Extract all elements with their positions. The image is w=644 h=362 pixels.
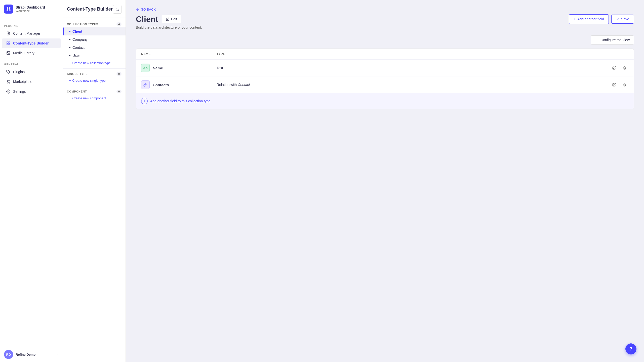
plus-icon: +	[69, 79, 71, 82]
delete-field-button[interactable]	[621, 81, 629, 89]
plus-icon: +	[69, 61, 71, 65]
ctb-search-button[interactable]	[113, 5, 122, 14]
file-icon	[6, 31, 11, 36]
cart-icon	[6, 79, 11, 84]
header-actions: + Add another field Save	[569, 14, 634, 24]
gear-icon	[6, 89, 11, 94]
ctb-item-client[interactable]: Client	[63, 27, 126, 35]
check-icon	[616, 17, 620, 21]
svg-rect-3	[9, 42, 10, 43]
svg-point-7	[8, 52, 8, 53]
divider	[63, 86, 126, 86]
configure-view-button[interactable]: Configure the view	[591, 35, 634, 44]
save-button[interactable]: Save	[611, 15, 634, 24]
sidebar-header: Strapi Dashboard Workplace	[0, 0, 63, 18]
field-type-label: Text	[217, 66, 610, 70]
general-section-label: GENERAL	[0, 61, 63, 67]
add-field-row[interactable]: + Add another field to this collection t…	[136, 93, 634, 109]
sidebar-item-label: Media Library	[13, 51, 34, 55]
component-label: COMPONENT	[67, 90, 87, 93]
help-icon: ?	[630, 346, 632, 352]
trash-icon	[623, 66, 626, 70]
user-name: Refine Demo	[16, 353, 55, 356]
collection-types-count: 4	[116, 22, 122, 26]
ctb-item-user[interactable]: User	[63, 52, 126, 60]
field-actions	[610, 81, 629, 89]
pencil-icon	[612, 83, 616, 86]
table-header: NAME TYPE	[136, 49, 634, 60]
sidebar-item-settings[interactable]: Settings	[2, 87, 61, 96]
sidebar-footer: RD Refine Demo ‹	[0, 347, 63, 362]
puzzle-icon	[6, 70, 11, 74]
text-field-icon: Ab	[141, 64, 150, 72]
field-type-label: Relation with Contact	[217, 83, 610, 87]
ctb-item-label: Client	[72, 29, 82, 33]
ctb-panel-header: Content-Type Builder	[63, 0, 126, 18]
help-button[interactable]: ?	[625, 343, 636, 354]
single-type-count: 0	[116, 72, 122, 76]
save-button-label: Save	[621, 17, 629, 21]
collection-types-section-header: COLLECTION TYPES 4	[63, 21, 126, 27]
main-content: GO BACK Client Edit + Add another field	[126, 0, 644, 362]
add-field-button-label: Add another field	[577, 17, 604, 21]
svg-point-10	[10, 83, 10, 83]
app-name: Strapi Dashboard	[16, 5, 45, 9]
single-type-section-header: SINGLE TYPE 0	[63, 71, 126, 77]
create-component-link[interactable]: + Create new component	[63, 95, 126, 102]
svg-point-12	[116, 8, 118, 10]
sidebar-item-label: Marketplace	[13, 80, 32, 84]
image-icon	[6, 51, 11, 55]
field-name-label: Name	[153, 66, 163, 70]
sidebar-item-marketplace[interactable]: Marketplace	[2, 77, 61, 86]
dot-icon	[69, 31, 70, 32]
create-collection-label: Create new collection type	[72, 61, 111, 65]
edit-field-button[interactable]	[610, 81, 618, 89]
edit-field-button[interactable]	[610, 64, 618, 72]
sidebar-nav: PLUGINS Content Manager	[0, 18, 63, 347]
ctb-panel-title: Content-Type Builder	[67, 7, 113, 12]
sidebar-item-label: Settings	[13, 89, 26, 94]
add-another-field-button[interactable]: + Add another field	[569, 14, 609, 24]
create-single-type-link[interactable]: + Create new single type	[63, 77, 126, 84]
ctb-panel: Content-Type Builder COLLECTION TYPES 4 …	[63, 0, 126, 362]
sliders-icon	[595, 38, 598, 42]
go-back-label: GO BACK	[141, 8, 156, 11]
create-collection-type-link[interactable]: + Create new collection type	[63, 60, 126, 66]
add-field-circle-icon: +	[141, 98, 148, 104]
sidebar-item-content-type-builder[interactable]: Content-Type Builder	[2, 38, 61, 48]
ctb-nav: COLLECTION TYPES 4 Client Company Contac…	[63, 18, 126, 362]
page-title: Client	[136, 15, 158, 24]
create-single-label: Create new single type	[72, 79, 106, 82]
field-type-italic: Contact	[238, 83, 250, 87]
ctb-item-company[interactable]: Company	[63, 35, 126, 43]
arrow-left-icon	[136, 8, 139, 11]
sidebar-item-plugins[interactable]: Plugins	[2, 67, 61, 77]
svg-rect-2	[7, 42, 8, 43]
sidebar-item-label: Plugins	[13, 70, 25, 74]
link-icon	[143, 83, 147, 87]
table-row: Ab Name Text	[136, 60, 634, 76]
edit-button[interactable]: Edit	[162, 15, 181, 23]
delete-field-button[interactable]	[621, 64, 629, 72]
table-row: Contacts Relation with Contact	[136, 76, 634, 93]
svg-point-9	[8, 83, 8, 83]
col-name-header: NAME	[141, 52, 217, 56]
svg-point-11	[8, 91, 9, 92]
sidebar-item-content-manager[interactable]: Content Manager	[2, 29, 61, 38]
sidebar-collapse-button[interactable]: ‹	[58, 353, 59, 356]
collection-types-label: COLLECTION TYPES	[67, 23, 98, 26]
svg-rect-5	[7, 43, 8, 45]
plugins-section-label: PLUGINS	[0, 22, 63, 28]
edit-button-label: Edit	[171, 17, 177, 21]
field-info-name: Ab Name	[141, 64, 217, 72]
go-back-link[interactable]: GO BACK	[136, 8, 156, 11]
relation-field-icon	[141, 80, 150, 89]
sidebar-item-label: Content-Type Builder	[13, 41, 49, 45]
sidebar-item-media-library[interactable]: Media Library	[2, 48, 61, 58]
field-actions	[610, 64, 629, 72]
plus-icon: +	[69, 96, 71, 100]
ctb-item-contact[interactable]: Contact	[63, 43, 126, 52]
main-content-area: GO BACK Client Edit + Add another field	[126, 0, 644, 362]
page-subtitle: Build the data architecture of your cont…	[136, 25, 634, 29]
trash-icon	[623, 83, 626, 86]
